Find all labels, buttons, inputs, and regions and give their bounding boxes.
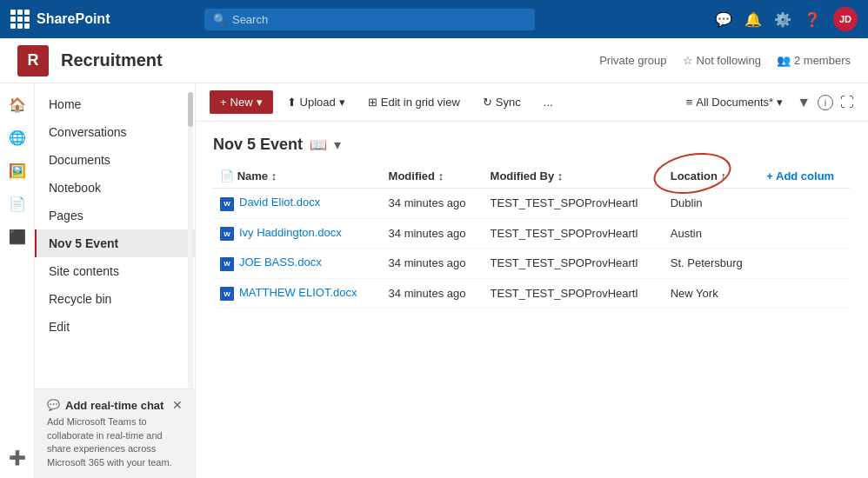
chat-description: Add Microsoft Teams to collaborate in re… [47, 415, 183, 469]
sidebar-scrollbar[interactable] [188, 92, 193, 417]
cell-location: Dublin [664, 189, 760, 219]
file-link[interactable]: David Eliot.docx [239, 196, 320, 209]
chevron-down-icon-title[interactable]: ▾ [334, 136, 341, 153]
apps-rail-icon[interactable]: ⬛ [3, 222, 31, 250]
upload-icon: ⬆ [287, 96, 297, 109]
home-rail-icon[interactable]: 🏠 [3, 90, 31, 118]
chevron-down-icon: ▾ [257, 96, 263, 109]
cell-name: WJOE BASS.docx [213, 249, 382, 279]
doc-rail-icon[interactable]: 📄 [3, 189, 31, 217]
book-icon: 📖 [310, 136, 327, 153]
table-row[interactable]: WJOE BASS.docx34 minutes agoTEST_TEST_SP… [213, 249, 851, 279]
col-header-modified-by[interactable]: Modified By ↕ [484, 164, 664, 189]
col-add-column[interactable]: + Add colum [759, 164, 851, 189]
view-selector[interactable]: ≡ All Documents* ▾ [679, 92, 790, 112]
subheader-right: Private group ☆ Not following 👥 2 member… [599, 54, 851, 67]
subheader: R Recruitment Private group ☆ Not follow… [0, 38, 868, 83]
cell-name: WIvy Haddington.docx [213, 218, 382, 249]
globe-rail-icon[interactable]: 🌐 [3, 123, 31, 151]
upload-button[interactable]: ⬆ Upload ▾ [278, 90, 354, 114]
list-icon: ≡ [686, 96, 693, 109]
sidebar-item-edit[interactable]: Edit [35, 313, 195, 341]
toolbar-right: ≡ All Documents* ▾ ▼ i ⛶ [679, 92, 854, 112]
new-button[interactable]: + New ▾ [210, 90, 273, 114]
cell-modified: 34 minutes ago [382, 189, 484, 219]
table-row[interactable]: WDavid Eliot.docx34 minutes agoTEST_TEST… [213, 189, 851, 219]
file-link[interactable]: MATTHEW ELIOT.docx [239, 286, 357, 299]
chevron-down-icon-upload: ▾ [339, 96, 345, 109]
word-file-icon: W [220, 287, 234, 301]
cell-modified: 34 minutes ago [382, 218, 484, 249]
app-logo[interactable]: SharePoint [10, 10, 110, 29]
more-button[interactable]: ... [535, 90, 562, 114]
sidebar-item-pages[interactable]: Pages [35, 202, 195, 229]
cell-modified: 34 minutes ago [382, 249, 484, 279]
word-file-icon: W [220, 227, 234, 241]
sidebar-item-nov5event[interactable]: Nov 5 Event [35, 229, 195, 257]
cell-location: New York [664, 278, 760, 309]
search-bar[interactable]: 🔍 [204, 9, 535, 30]
cell-extra [759, 278, 851, 309]
table-row[interactable]: WIvy Haddington.docx34 minutes agoTEST_T… [213, 218, 851, 249]
sort-icon-name: ↕ [271, 169, 277, 183]
sync-icon: ↻ [483, 96, 492, 109]
sync-button[interactable]: ↻ Sync [474, 90, 530, 114]
chevron-down-icon-view: ▾ [777, 96, 783, 109]
settings-icon[interactable]: ⚙️ [774, 11, 791, 28]
sidebar-item-conversations[interactable]: Conversations [35, 118, 195, 146]
icon-rail: 🏠 🌐 🖼️ 📄 ⬛ ➕ [0, 83, 35, 478]
site-title: Recruitment [61, 50, 163, 70]
bell-icon[interactable]: 🔔 [744, 11, 762, 28]
waffle-icon[interactable] [10, 10, 30, 29]
word-file-icon: W [220, 197, 234, 211]
cell-modified-by: TEST_TEST_SPOProvHeartl [484, 189, 664, 219]
members-link[interactable]: 👥 2 members [777, 54, 851, 67]
star-icon: ☆ [683, 54, 693, 67]
sidebar-item-notebook[interactable]: Notebook [35, 174, 195, 202]
expand-icon[interactable]: ⛶ [840, 95, 854, 110]
cell-name: WMATTHEW ELIOT.docx [213, 278, 382, 309]
chat-icon[interactable]: 💬 [715, 11, 732, 28]
sidebar-item-label: Site contents [49, 264, 119, 278]
info-icon[interactable]: i [818, 95, 833, 110]
search-input[interactable] [232, 13, 526, 26]
teams-icon: 💬 [47, 399, 60, 411]
col-header-location[interactable]: Location ↕ [664, 164, 760, 189]
cell-extra [759, 189, 851, 219]
add-rail-icon[interactable]: ➕ [3, 443, 31, 471]
toolbar: + New ▾ ⬆ Upload ▾ ⊞ Edit in grid view ↻… [196, 83, 868, 122]
edit-grid-button[interactable]: ⊞ Edit in grid view [359, 90, 469, 114]
sidebar-item-recycle-bin[interactable]: Recycle bin [35, 285, 195, 313]
filter-icon[interactable]: ▼ [797, 95, 811, 110]
search-icon: 🔍 [213, 13, 227, 26]
cell-extra [759, 218, 851, 249]
avatar[interactable]: JD [833, 7, 858, 31]
app-name: SharePoint [37, 11, 110, 27]
sidebar-item-home[interactable]: Home [35, 90, 195, 118]
file-type-icon: 📄 [220, 169, 234, 183]
chat-title: Add real-time chat [65, 399, 164, 412]
private-group-label: Private group [599, 54, 666, 67]
file-link[interactable]: JOE BASS.docx [239, 256, 322, 269]
topbar-actions: 💬 🔔 ⚙️ ❓ JD [715, 7, 858, 31]
col-header-name[interactable]: 📄 Name ↕ [213, 164, 382, 189]
help-icon[interactable]: ❓ [804, 11, 821, 28]
cell-extra [759, 249, 851, 279]
cell-modified-by: TEST_TEST_SPOProvHeartl [484, 249, 664, 279]
media-rail-icon[interactable]: 🖼️ [3, 156, 31, 184]
cell-name: WDavid Eliot.docx [213, 189, 382, 219]
content-area: + New ▾ ⬆ Upload ▾ ⊞ Edit in grid view ↻… [196, 83, 868, 478]
file-link[interactable]: Ivy Haddington.docx [239, 226, 342, 239]
sidebar-item-documents[interactable]: Documents [35, 146, 195, 174]
sidebar-item-label: Recycle bin [49, 292, 111, 306]
close-chat-button[interactable]: ✕ [172, 398, 183, 412]
not-following-button[interactable]: ☆ Not following [683, 54, 761, 67]
chat-header: 💬 Add real-time chat ✕ [47, 398, 183, 412]
sidebar-item-site-contents[interactable]: Site contents [35, 257, 195, 285]
table-row[interactable]: WMATTHEW ELIOT.docx34 minutes agoTEST_TE… [213, 278, 851, 309]
topbar: SharePoint 🔍 💬 🔔 ⚙️ ❓ JD [0, 0, 868, 38]
document-area: Nov 5 Event 📖 ▾ 📄 Name ↕ Modified ↕ [196, 122, 868, 478]
sidebar-item-label: Documents [49, 153, 110, 167]
plus-icon: + [220, 96, 227, 109]
col-header-modified[interactable]: Modified ↕ [382, 164, 484, 189]
